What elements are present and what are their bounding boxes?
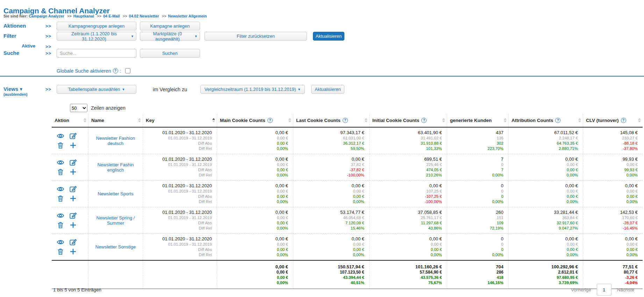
column-header-last-cookie-counts[interactable]: Last Cookie Counts? <box>293 114 369 127</box>
column-header-clv-turnover[interactable]: CLV (turnover)? <box>583 114 643 127</box>
views-hide-link[interactable]: (ausblenden) <box>3 92 27 96</box>
delete-button[interactable] <box>57 221 64 229</box>
edit-button[interactable] <box>69 238 77 246</box>
breadcrumb-link[interactable]: 04.02 Newsletter <box>129 14 159 18</box>
sort-icon[interactable] <box>84 118 86 122</box>
name-cell: Newsletter Fashin englisch <box>88 154 143 180</box>
caret-down-icon: ▼ <box>131 35 134 38</box>
help-icon[interactable]: ? <box>421 118 427 123</box>
totals-value-line: -3,26 € <box>586 275 638 280</box>
sort-icon[interactable] <box>365 118 367 122</box>
breadcrumb-link[interactable]: Campaign Analyzer <box>29 14 64 18</box>
value-line: 0 <box>450 162 503 167</box>
sort-icon[interactable] <box>638 118 641 122</box>
value-cell: 699,51 €225,46 €474,05 €210,26% <box>369 154 447 180</box>
delete-button[interactable] <box>57 195 64 202</box>
value-cell: 53.174,77 €46.054,68 €7.120,09 €15,46% <box>293 207 369 233</box>
help-icon[interactable]: ? <box>343 118 348 123</box>
value-line: 7 <box>450 167 503 173</box>
value-line: 0,00 € <box>220 167 288 173</box>
delete-button[interactable] <box>57 168 64 176</box>
breadcrumb-link[interactable]: Hauptkanal <box>73 14 94 18</box>
campaign-name-link[interactable]: Newsletter Sports <box>98 191 134 196</box>
column-header-name[interactable]: Name <box>88 114 143 127</box>
page-length-select[interactable]: 50 <box>70 104 87 112</box>
global-search-checkbox[interactable] <box>125 68 130 73</box>
filter-reset-button[interactable]: Filter zurücksetzen <box>205 32 307 41</box>
edit-button[interactable] <box>69 132 77 140</box>
edit-button[interactable] <box>69 212 77 219</box>
edit-button[interactable] <box>69 185 77 193</box>
view-button[interactable] <box>57 132 64 140</box>
pagination-previous[interactable]: Vorherige <box>571 287 591 292</box>
create-campaign-group-button[interactable]: Kampagnengruppe anlegen <box>57 22 136 30</box>
view-button[interactable] <box>57 185 64 193</box>
column-header-attribution-counts[interactable]: Attribution Counts? <box>508 114 583 127</box>
period-label: 01.01.2020 - 31.12.2020 <box>146 209 212 215</box>
value-line: -28,07 € <box>586 220 638 226</box>
add-button[interactable] <box>69 195 77 202</box>
help-icon[interactable]: ? <box>621 118 626 123</box>
view-button[interactable] <box>57 212 64 219</box>
help-icon[interactable]: ? <box>267 118 273 123</box>
view-button[interactable] <box>57 159 64 166</box>
views-label[interactable]: Views ▾ <box>3 86 22 92</box>
value-line: 0,00% <box>220 146 288 151</box>
help-icon[interactable]: ? <box>555 118 560 123</box>
search-button[interactable]: Suchen <box>140 49 200 58</box>
table-row: Newsletter Fashin englisch01.01.2020 - 3… <box>52 154 643 180</box>
value-line: 210,26% <box>372 173 442 178</box>
pagination-next[interactable]: Nächste <box>617 287 635 292</box>
value-line: 0,00% <box>511 173 578 178</box>
campaign-name-link[interactable]: Newsletter Fashin englisch <box>92 162 139 173</box>
view-button[interactable] <box>57 238 64 246</box>
campaign-name-link[interactable]: Newsletter Sonstige <box>95 244 136 249</box>
breadcrumb-link[interactable]: 04 E-Mail <box>103 14 120 18</box>
campaign-name-link[interactable]: Newsletter Spring / Summer <box>92 215 139 226</box>
global-search-row: Globale Suche aktivieren ? : <box>0 67 644 76</box>
delete-button[interactable] <box>57 142 64 149</box>
column-header-aktion[interactable]: Aktion <box>52 114 88 127</box>
sort-icon[interactable] <box>138 118 141 122</box>
edit-button[interactable] <box>69 159 77 166</box>
column-header-initial-cookie-counts[interactable]: Initial Cookie Counts? <box>369 114 447 127</box>
value-line: 0,00 € <box>586 242 638 247</box>
sort-icon[interactable] <box>288 118 291 122</box>
sort-icon[interactable] <box>212 118 215 122</box>
create-campaign-button[interactable]: Kampagne anlegen <box>140 22 200 30</box>
zeitraum-dropdown[interactable]: Zeitraum (1.1.2020 bis 31.12.2020) ▼ <box>57 32 136 41</box>
breadcrumb-link[interactable]: Newsletter Allgemein <box>168 14 207 18</box>
add-button[interactable] <box>69 221 77 229</box>
sort-icon[interactable] <box>578 118 581 122</box>
views-apply-button[interactable]: Aktualisieren <box>311 85 344 94</box>
totals-value-line: 75,67% <box>372 280 442 285</box>
value-line: 109 <box>450 220 503 226</box>
column-header-main-cookie-counts[interactable]: Main Cookie Counts? <box>217 114 293 127</box>
views-apply-label: Aktualisieren <box>315 87 341 92</box>
search-label: Suche <box>3 50 19 56</box>
sort-icon[interactable] <box>504 118 507 122</box>
table-totals: 0,00 €0,00 €0,00 €0,00%150.517,94 €107.1… <box>52 260 643 289</box>
table-body: Newsletter Fashion deutsch01.01.2020 - 3… <box>52 128 643 260</box>
add-button[interactable] <box>69 142 77 149</box>
pagination-page-1[interactable]: 1 <box>597 284 611 296</box>
filter-apply-button[interactable]: Aktualisieren <box>313 32 344 41</box>
actions-cell <box>52 234 88 260</box>
sort-icon[interactable] <box>442 118 445 122</box>
totals-value-line: 0,00 € <box>220 275 288 280</box>
campaign-name-link[interactable]: Newsletter Fashion deutsch <box>92 136 139 146</box>
value-line: 0,00 € <box>511 194 578 199</box>
delete-button[interactable] <box>57 248 64 255</box>
help-icon[interactable]: ? <box>113 68 118 73</box>
add-button[interactable] <box>69 248 77 255</box>
add-button[interactable] <box>69 168 77 176</box>
column-label: Attribution Counts <box>511 118 553 123</box>
column-select-dropdown[interactable]: Tabellenspalte auswählen ▼ <box>57 85 136 94</box>
value-cell: 0,00 €0,00 €0,00 €0,00% <box>293 181 369 207</box>
compare-period-dropdown[interactable]: Vergleichszeitraum (1.1.2019 bis 31.12.2… <box>200 85 305 94</box>
search-input[interactable] <box>57 49 136 58</box>
column-header-key[interactable]: Key <box>143 114 217 127</box>
value-line: 0,00% <box>220 252 288 258</box>
column-header-generierte-kunden[interactable]: generierte Kunden <box>447 114 508 127</box>
marketplaces-dropdown[interactable]: Marktplätze (0 ausgewählt) ▼ <box>140 32 200 41</box>
